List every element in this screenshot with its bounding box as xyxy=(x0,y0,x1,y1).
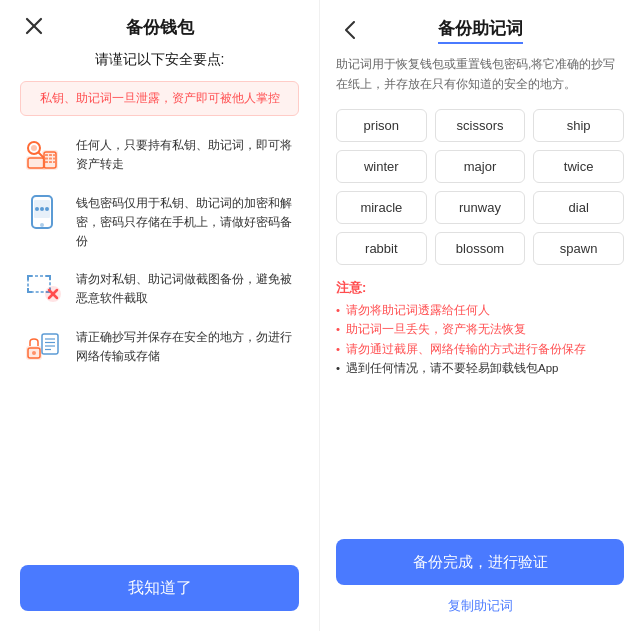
svg-rect-17 xyxy=(53,161,55,163)
security-item-4: 请正确抄写并保存在安全的地方，勿进行网络传输或存储 xyxy=(20,324,299,368)
right-panel: 备份助记词 助记词用于恢复钱包或重置钱包密码,将它准确的抄写在纸上，并存放在只有… xyxy=(320,0,640,631)
phone-icon xyxy=(20,190,64,234)
confirm-button[interactable]: 我知道了 xyxy=(20,565,299,611)
backup-button[interactable]: 备份完成，进行验证 xyxy=(336,539,624,585)
mnemonic-word-5: major xyxy=(435,150,526,183)
mnemonic-word-7: miracle xyxy=(336,191,427,224)
copy-mnemonic-link[interactable]: 复制助记词 xyxy=(336,597,624,615)
mnemonic-word-10: rabbit xyxy=(336,232,427,265)
svg-point-21 xyxy=(40,207,44,211)
svg-rect-12 xyxy=(45,158,48,160)
mnemonic-word-3: ship xyxy=(533,109,624,142)
screenshot-icon xyxy=(20,266,64,310)
notes-section: 注意: 请勿将助记词透露给任何人 助记词一旦丢失，资产将无法恢复 请勿通过截屏、… xyxy=(336,279,624,379)
mnemonic-word-2: scissors xyxy=(435,109,526,142)
mnemonic-word-8: runway xyxy=(435,191,526,224)
mnemonic-word-1: prison xyxy=(336,109,427,142)
security-item-3: 请勿对私钥、助记词做截图备份，避免被恶意软件截取 xyxy=(20,266,299,310)
security-list: 任何人，只要持有私钥、助记词，即可将资产转走 钱包密码仅用于私钥、助记词的加密和… xyxy=(20,132,299,549)
close-icon xyxy=(25,17,43,35)
svg-rect-10 xyxy=(49,154,52,156)
note-item-1: 请勿将助记词透露给任何人 xyxy=(336,301,624,321)
svg-point-20 xyxy=(35,207,39,211)
mnemonic-word-9: dial xyxy=(533,191,624,224)
note-item-3: 请勿通过截屏、网络传输的方式进行备份保存 xyxy=(336,340,624,360)
left-panel: 备份钱包 请谨记以下安全要点: 私钥、助记词一旦泄露，资产即可被他人掌控 xyxy=(0,0,320,631)
back-icon xyxy=(345,21,355,39)
notes-title: 注意: xyxy=(336,279,624,297)
security-item-4-text: 请正确抄写并保存在安全的地方，勿进行网络传输或存储 xyxy=(76,324,299,366)
svg-rect-9 xyxy=(45,154,48,156)
svg-rect-14 xyxy=(53,158,55,160)
back-button[interactable] xyxy=(336,16,364,44)
svg-point-7 xyxy=(31,145,37,151)
mnemonic-word-4: winter xyxy=(336,150,427,183)
description-text: 助记词用于恢复钱包或重置钱包密码,将它准确的抄写在纸上，并存放在只有你知道的安全… xyxy=(336,54,624,95)
svg-rect-15 xyxy=(45,161,48,163)
paper-icon xyxy=(20,324,64,368)
mnemonic-grid: prison scissors ship winter major twice … xyxy=(336,109,624,265)
notes-list: 请勿将助记词透露给任何人 助记词一旦丢失，资产将无法恢复 请勿通过截屏、网络传输… xyxy=(336,301,624,379)
left-subtitle: 请谨记以下安全要点: xyxy=(20,51,299,69)
warning-box: 私钥、助记词一旦泄露，资产即可被他人掌控 xyxy=(20,81,299,116)
mnemonic-word-11: blossom xyxy=(435,232,526,265)
right-bottom: 备份完成，进行验证 复制助记词 xyxy=(336,539,624,615)
mnemonic-word-6: twice xyxy=(533,150,624,183)
svg-rect-16 xyxy=(49,161,52,163)
svg-point-23 xyxy=(40,223,44,227)
svg-rect-13 xyxy=(49,158,52,160)
security-item-2: 钱包密码仅用于私钥、助记词的加密和解密，密码只存储在手机上，请做好密码备份 xyxy=(20,190,299,252)
key-icon xyxy=(20,132,64,176)
security-item-1: 任何人，只要持有私钥、助记词，即可将资产转走 xyxy=(20,132,299,176)
security-item-2-text: 钱包密码仅用于私钥、助记词的加密和解密，密码只存储在手机上，请做好密码备份 xyxy=(76,190,299,252)
note-item-4: 遇到任何情况，请不要轻易卸载钱包App xyxy=(336,359,624,379)
note-item-2: 助记词一旦丢失，资产将无法恢复 xyxy=(336,320,624,340)
security-item-1-text: 任何人，只要持有私钥、助记词，即可将资产转走 xyxy=(76,132,299,174)
svg-rect-31 xyxy=(42,334,58,354)
left-header: 备份钱包 xyxy=(20,0,299,51)
security-item-3-text: 请勿对私钥、助记词做截图备份，避免被恶意软件截取 xyxy=(76,266,299,308)
svg-point-30 xyxy=(32,351,36,355)
svg-point-22 xyxy=(45,207,49,211)
right-title: 备份助记词 xyxy=(438,17,523,44)
right-header: 备份助记词 xyxy=(336,0,624,54)
left-bottom: 我知道了 xyxy=(20,549,299,611)
svg-rect-11 xyxy=(53,154,55,156)
mnemonic-word-12: spawn xyxy=(533,232,624,265)
right-title-container: 备份助记词 xyxy=(364,17,624,44)
close-button[interactable] xyxy=(20,12,48,40)
left-title: 备份钱包 xyxy=(126,16,194,39)
